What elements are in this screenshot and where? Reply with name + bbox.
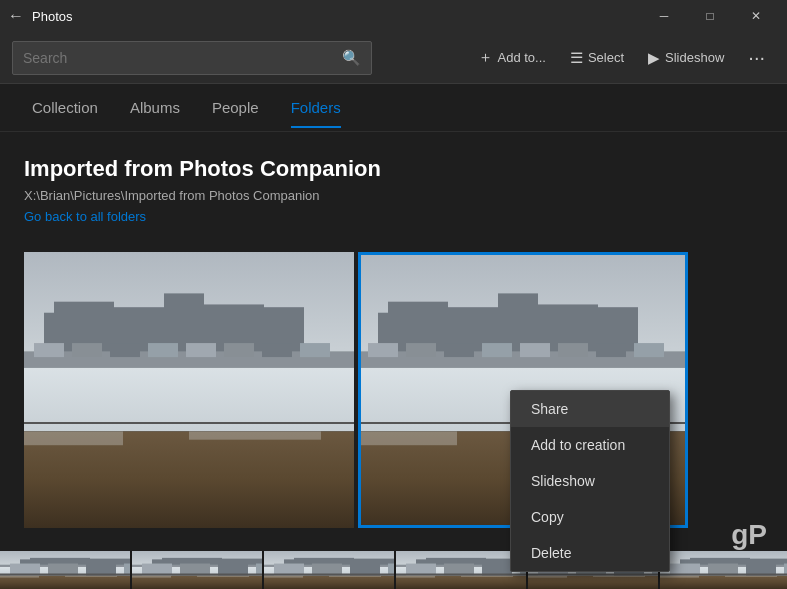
thumb-canvas-1 [0,551,130,589]
context-menu-delete[interactable]: Delete [511,535,669,571]
folder-title: Imported from Photos Companion [24,156,763,182]
context-menu-share[interactable]: Share [511,391,669,427]
folder-path: X:\Brian\Pictures\Imported from Photos C… [24,188,763,203]
maximize-button[interactable]: □ [687,0,733,32]
tab-albums[interactable]: Albums [114,87,196,128]
add-to-label: Add to... [498,50,546,65]
back-to-folders-link[interactable]: Go back to all folders [24,209,146,224]
toolbar-actions: ＋ Add to... ☰ Select ▶ Slideshow ··· [468,42,776,73]
more-button[interactable]: ··· [738,42,775,73]
tab-people[interactable]: People [196,87,275,128]
search-icon[interactable]: 🔍 [342,49,361,67]
context-menu-slideshow[interactable]: Slideshow [511,463,669,499]
thumb-1[interactable] [0,551,130,589]
context-menu-copy[interactable]: Copy [511,499,669,535]
photo-item-1[interactable] [24,252,354,528]
minimize-button[interactable]: ─ [641,0,687,32]
toolbar: 🔍 ＋ Add to... ☰ Select ▶ Slideshow ··· [0,32,787,84]
slideshow-label: Slideshow [665,50,724,65]
search-box[interactable]: 🔍 [12,41,372,75]
back-button[interactable]: ← [8,7,24,25]
window-controls: ─ □ ✕ [641,0,779,32]
select-button[interactable]: ☰ Select [560,44,634,72]
search-input[interactable] [23,50,342,66]
slideshow-button[interactable]: ▶ Slideshow [638,44,734,72]
thumb-4[interactable] [396,551,526,589]
thumb-canvas-4 [396,551,526,589]
title-bar: ← Photos ─ □ ✕ [0,0,787,32]
thumb-2[interactable] [132,551,262,589]
thumb-6[interactable] [660,551,787,589]
thumb-3[interactable] [264,551,394,589]
close-button[interactable]: ✕ [733,0,779,32]
slideshow-icon: ▶ [648,49,660,67]
select-label: Select [588,50,624,65]
add-to-button[interactable]: ＋ Add to... [468,43,556,72]
thumb-canvas-3 [264,551,394,589]
photo-canvas-1 [24,252,354,528]
context-menu-add-to-creation[interactable]: Add to creation [511,427,669,463]
thumb-canvas-2 [132,551,262,589]
context-menu: Share Add to creation Slideshow Copy Del… [510,390,670,572]
tab-collection[interactable]: Collection [16,87,114,128]
tab-folders[interactable]: Folders [275,87,357,128]
select-icon: ☰ [570,49,583,67]
add-icon: ＋ [478,48,493,67]
nav-tabs: Collection Albums People Folders [0,84,787,132]
thumb-canvas-6 [660,551,787,589]
app-title: Photos [32,9,641,24]
